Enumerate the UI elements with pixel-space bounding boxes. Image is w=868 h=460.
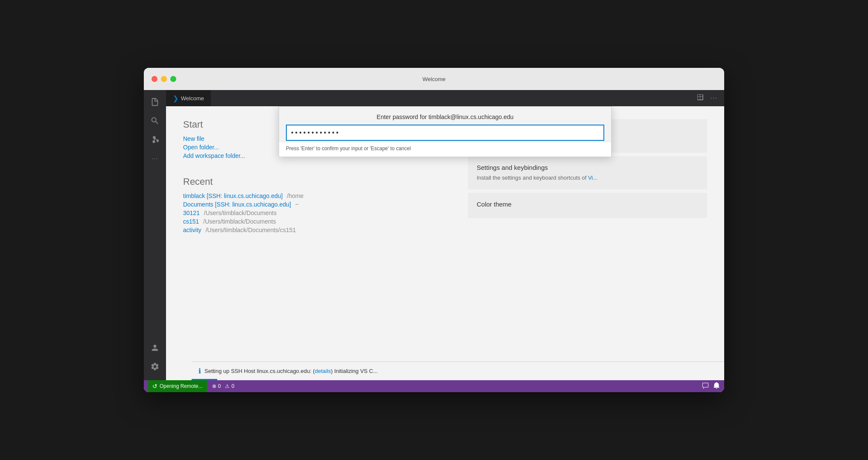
titlebar: Welcome	[144, 68, 724, 90]
vscode-icon: ❯	[173, 94, 178, 102]
list-item: 30121 /Users/timblack/Documents	[183, 210, 451, 216]
recent-path-1: ~	[295, 201, 299, 208]
main-layout: ··· ❯ Welcome	[144, 90, 724, 380]
errors-group[interactable]: ⊗ 0	[212, 383, 221, 389]
content-area: ❯ Welcome ··· Enter passwo	[166, 90, 724, 380]
recent-path-3: /Users/timblack/Documents	[203, 218, 276, 225]
status-right	[702, 382, 720, 390]
status-errors: ⊗ 0 ⚠ 0	[212, 383, 234, 389]
notification-text-before: Setting up SSH Host linux.cs.uchicago.ed…	[204, 368, 315, 374]
notifications-icon[interactable]	[713, 382, 720, 390]
recent-link-0[interactable]: timblack [SSH: linux.cs.uchicago.edu]	[183, 192, 283, 199]
status-bar: ↺ Opening Remote... ⊗ 0 ⚠ 0	[144, 380, 724, 392]
remote-label: Opening Remote...	[160, 383, 203, 389]
recent-link-2[interactable]: 30121	[183, 210, 200, 216]
vi-link[interactable]: Vi...	[588, 175, 597, 181]
settings-card-text: Install the settings and keyboard shortc…	[477, 174, 699, 182]
password-dialog-title: Enter password for timblack@linux.cs.uch…	[279, 107, 611, 125]
recent-path-4: /Users/timblack/Documents/cs151	[206, 227, 296, 233]
settings-card-title: Settings and keybindings	[477, 164, 699, 171]
files-icon[interactable]	[146, 93, 163, 111]
password-dialog: Enter password for timblack@linux.cs.uch…	[279, 106, 612, 157]
color-theme-card: Color theme	[468, 193, 707, 218]
list-item: timblack [SSH: linux.cs.uchicago.edu] /h…	[183, 192, 451, 199]
notification-progress-bar	[192, 379, 217, 380]
tab-actions: ···	[695, 90, 724, 106]
search-icon[interactable]	[146, 112, 163, 129]
close-button[interactable]	[151, 76, 157, 82]
password-hint: Press 'Enter' to confirm your input or '…	[279, 142, 611, 157]
notification-toast: ℹ Setting up SSH Host linux.cs.uchicago.…	[192, 361, 724, 380]
settings-icon[interactable]	[146, 358, 163, 375]
warning-icon: ⚠	[225, 383, 230, 389]
welcome-tab[interactable]: ❯ Welcome	[166, 90, 211, 106]
tab-label: Welcome	[181, 95, 204, 102]
remote-status[interactable]: ↺ Opening Remote...	[148, 380, 207, 392]
feedback-icon[interactable]	[702, 382, 709, 390]
split-editor-button[interactable]	[695, 92, 705, 104]
minimize-button[interactable]	[161, 76, 167, 82]
password-overlay: Enter password for timblack@linux.cs.uch…	[166, 106, 724, 157]
info-icon: ℹ	[198, 367, 201, 375]
notification-text: Setting up SSH Host linux.cs.uchicago.ed…	[204, 368, 378, 374]
notification-text-after: ) Initializing VS C...	[331, 368, 378, 374]
password-input-wrap	[279, 125, 611, 141]
recent-label: Recent	[183, 176, 451, 187]
app-window: Welcome ···	[144, 68, 724, 392]
recent-path-0: /home	[287, 192, 303, 199]
list-item: activity /Users/timblack/Documents/cs151	[183, 227, 451, 233]
error-count: 0	[218, 383, 221, 389]
list-item: cs151 /Users/timblack/Documents	[183, 218, 451, 225]
settings-card: Settings and keybindings Install the set…	[468, 156, 707, 190]
recent-link-3[interactable]: cs151	[183, 218, 199, 225]
color-theme-card-title: Color theme	[477, 201, 699, 208]
more-activities-icon[interactable]: ···	[146, 150, 163, 167]
password-input[interactable]	[286, 125, 604, 141]
warning-count: 0	[231, 383, 234, 389]
titlebar-buttons	[151, 76, 176, 82]
notification-details-link[interactable]: details	[315, 368, 331, 374]
recent-link-1[interactable]: Documents [SSH: linux.cs.uchicago.edu]	[183, 201, 291, 208]
accounts-icon[interactable]	[146, 339, 163, 356]
remote-icon: ↺	[152, 383, 157, 390]
more-actions-button[interactable]: ···	[709, 93, 719, 104]
recent-path-2: /Users/timblack/Documents	[204, 210, 277, 216]
settings-text-before: Install the settings and keyboard shortc…	[477, 175, 588, 181]
recent-section: Recent timblack [SSH: linux.cs.uchicago.…	[183, 176, 451, 233]
window-title: Welcome	[422, 76, 446, 82]
activity-bar: ···	[144, 90, 166, 380]
error-icon: ⊗	[212, 383, 216, 389]
recent-link-4[interactable]: activity	[183, 227, 201, 233]
tab-bar: ❯ Welcome ···	[166, 90, 724, 106]
welcome-page: Enter password for timblack@linux.cs.uch…	[166, 106, 724, 380]
source-control-icon[interactable]	[146, 131, 163, 148]
warnings-group[interactable]: ⚠ 0	[225, 383, 234, 389]
list-item: Documents [SSH: linux.cs.uchicago.edu] ~	[183, 201, 451, 208]
maximize-button[interactable]	[170, 76, 176, 82]
